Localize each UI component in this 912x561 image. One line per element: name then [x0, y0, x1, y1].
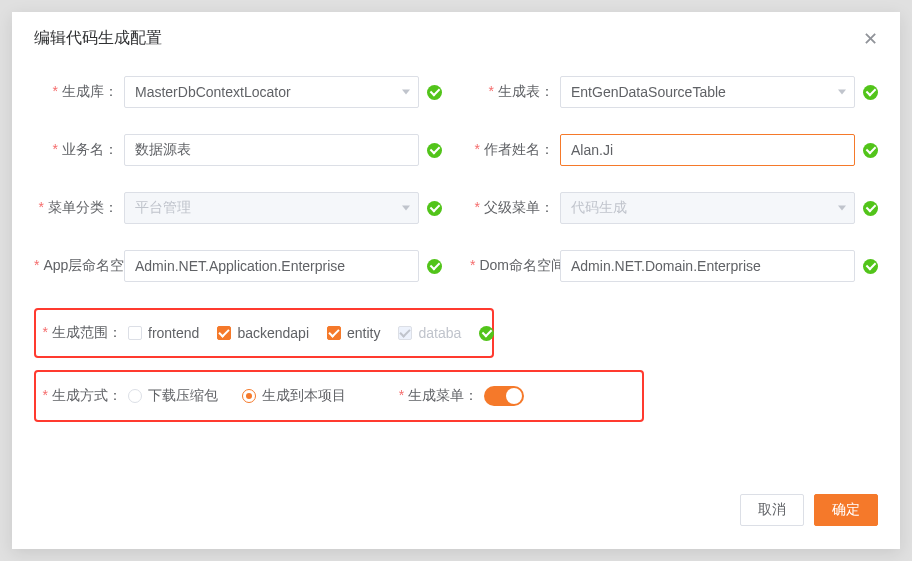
label-parent-menu: 父级菜单：	[470, 199, 560, 217]
select-gen-lib[interactable]: MasterDbContextLocator	[124, 76, 419, 108]
form-item-scope: 生成范围： frontend backendapi entity	[42, 324, 494, 342]
form-item-menu-category: 菜单分类： 平台管理	[34, 192, 442, 224]
label-menu-category: 菜单分类：	[34, 199, 124, 217]
form-item-gen-lib: 生成库： MasterDbContextLocator	[34, 76, 442, 108]
form-row: 业务名： 数据源表 作者姓名： Alan.Ji	[34, 134, 878, 166]
chevron-down-icon	[402, 206, 410, 211]
dialog: 编辑代码生成配置 ✕ 生成库： MasterDbContextLocator 生…	[12, 12, 900, 549]
chevron-down-icon	[402, 90, 410, 95]
checkbox-frontend[interactable]: frontend	[128, 325, 199, 341]
check-icon	[427, 259, 442, 274]
select-text: EntGenDataSourceTable	[571, 84, 726, 100]
check-icon	[863, 143, 878, 158]
check-icon	[427, 143, 442, 158]
input-dom-ns[interactable]: Admin.NET.Domain.Enterprise	[560, 250, 855, 282]
form-item-parent-menu: 父级菜单： 代码生成	[470, 192, 878, 224]
check-icon	[863, 85, 878, 100]
check-icon	[479, 326, 494, 341]
control-menu-category: 平台管理	[124, 192, 442, 224]
radio-label: 下载压缩包	[148, 387, 218, 405]
label-dom-ns: Dom命名空间	[470, 257, 560, 275]
label-gen-menu: 生成菜单：	[398, 387, 484, 405]
control-gen-table: EntGenDataSourceTable	[560, 76, 878, 108]
input-biz-name[interactable]: 数据源表	[124, 134, 419, 166]
checkbox-box-icon	[398, 326, 412, 340]
check-icon	[863, 259, 878, 274]
control-parent-menu: 代码生成	[560, 192, 878, 224]
form-row-scope: 生成范围： frontend backendapi entity	[42, 324, 486, 342]
check-icon	[863, 201, 878, 216]
chevron-down-icon	[838, 90, 846, 95]
form-item-dom-ns: Dom命名空间 Admin.NET.Domain.Enterprise	[470, 250, 878, 282]
highlight-scope: 生成范围： frontend backendapi entity	[34, 308, 494, 358]
label-biz-name: 业务名：	[34, 141, 124, 159]
select-parent-menu[interactable]: 代码生成	[560, 192, 855, 224]
radio-to-project[interactable]: 生成到本项目	[242, 387, 346, 405]
checkbox-box-icon	[217, 326, 231, 340]
switch-gen-menu[interactable]	[484, 386, 524, 406]
label-app-ns: App层命名空	[34, 257, 124, 275]
label-gen-lib: 生成库：	[34, 83, 124, 101]
form-item-gen-menu: 生成菜单：	[398, 386, 636, 406]
select-text: 代码生成	[571, 199, 627, 217]
dialog-header: 编辑代码生成配置 ✕	[12, 12, 900, 66]
input-author[interactable]: Alan.Ji	[560, 134, 855, 166]
form-item-author: 作者姓名： Alan.Ji	[470, 134, 878, 166]
select-gen-table[interactable]: EntGenDataSourceTable	[560, 76, 855, 108]
control-biz-name: 数据源表	[124, 134, 442, 166]
form-row: App层命名空 Admin.NET.Application.Enterprise…	[34, 250, 878, 282]
control-gen-menu	[484, 386, 636, 406]
radio-label: 生成到本项目	[262, 387, 346, 405]
cancel-button[interactable]: 取消	[740, 494, 804, 526]
form-row-mode: 生成方式： 下载压缩包 生成到本项目 生成菜单：	[42, 386, 636, 406]
control-app-ns: Admin.NET.Application.Enterprise	[124, 250, 442, 282]
form-row: 生成库： MasterDbContextLocator 生成表： EntGenD…	[34, 76, 878, 108]
checkbox-label: frontend	[148, 325, 199, 341]
check-icon	[427, 201, 442, 216]
label-mode: 生成方式：	[42, 387, 128, 405]
form-item-biz-name: 业务名： 数据源表	[34, 134, 442, 166]
form-item-mode: 生成方式： 下载压缩包 生成到本项目	[42, 386, 370, 406]
checkbox-box-icon	[327, 326, 341, 340]
input-text: Admin.NET.Domain.Enterprise	[571, 258, 761, 274]
control-dom-ns: Admin.NET.Domain.Enterprise	[560, 250, 878, 282]
input-text: 数据源表	[135, 141, 191, 159]
dialog-body: 生成库： MasterDbContextLocator 生成表： EntGenD…	[12, 66, 900, 489]
close-icon[interactable]: ✕	[863, 30, 878, 48]
label-author: 作者姓名：	[470, 141, 560, 159]
radio-icon	[128, 389, 142, 403]
checkbox-label: entity	[347, 325, 380, 341]
checkbox-label: backendapi	[237, 325, 309, 341]
checkbox-label: databa	[418, 325, 461, 341]
highlight-mode: 生成方式： 下载压缩包 生成到本项目 生成菜单：	[34, 370, 644, 422]
select-text: MasterDbContextLocator	[135, 84, 291, 100]
form-row: 菜单分类： 平台管理 父级菜单： 代码生成	[34, 192, 878, 224]
control-gen-lib: MasterDbContextLocator	[124, 76, 442, 108]
control-mode: 下载压缩包 生成到本项目	[128, 387, 370, 405]
radio-download[interactable]: 下载压缩包	[128, 387, 218, 405]
dialog-title: 编辑代码生成配置	[34, 28, 162, 49]
check-icon	[427, 85, 442, 100]
label-scope: 生成范围：	[42, 324, 128, 342]
checkbox-database: databa	[398, 325, 461, 341]
checkbox-box-icon	[128, 326, 142, 340]
input-text: Alan.Ji	[571, 142, 613, 158]
control-author: Alan.Ji	[560, 134, 878, 166]
label-gen-table: 生成表：	[470, 83, 560, 101]
input-text: Admin.NET.Application.Enterprise	[135, 258, 345, 274]
control-scope: frontend backendapi entity databa	[128, 325, 494, 341]
chevron-down-icon	[838, 206, 846, 211]
input-app-ns[interactable]: Admin.NET.Application.Enterprise	[124, 250, 419, 282]
select-text: 平台管理	[135, 199, 191, 217]
checkbox-backendapi[interactable]: backendapi	[217, 325, 309, 341]
select-menu-category[interactable]: 平台管理	[124, 192, 419, 224]
ok-button[interactable]: 确定	[814, 494, 878, 526]
radio-icon	[242, 389, 256, 403]
form-item-app-ns: App层命名空 Admin.NET.Application.Enterprise	[34, 250, 442, 282]
form-item-gen-table: 生成表： EntGenDataSourceTable	[470, 76, 878, 108]
dialog-footer: 取消 确定	[12, 489, 900, 549]
checkbox-entity[interactable]: entity	[327, 325, 380, 341]
